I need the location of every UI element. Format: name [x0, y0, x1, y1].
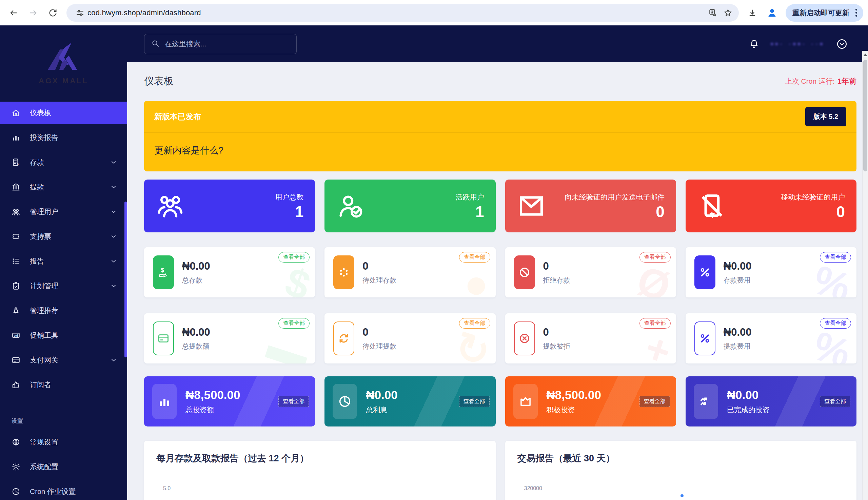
profile-avatar-icon[interactable] — [763, 4, 781, 22]
sidebar-item-withdrawals[interactable]: 提款 — [0, 176, 127, 198]
card-label: 活跃用户 — [456, 192, 484, 202]
sidebar-item-label: Cron 作业设置 — [30, 487, 117, 496]
sidebar-item-label: 促销工具 — [30, 331, 117, 340]
view-all-badge[interactable]: 查看全部 — [278, 252, 310, 262]
scroll-up-arrow[interactable] — [863, 52, 868, 58]
card-label: 总投资额 — [186, 405, 241, 414]
browser-menu-icon[interactable] — [853, 9, 860, 16]
card-label: 总利息 — [366, 405, 397, 414]
sidebar-nav: 仪表板 投资报告 $ 存款 提款 管理用户 — [0, 102, 127, 396]
downloads-icon[interactable] — [744, 4, 761, 22]
envelope-icon — [517, 191, 546, 220]
sidebar-item-plan-management[interactable]: 计划管理 — [0, 275, 127, 297]
page-scrollbar[interactable] — [862, 51, 868, 500]
sidebar-item-support-tickets[interactable]: 支持票 — [0, 225, 127, 248]
version-button[interactable]: 版本 5.2 — [805, 107, 846, 126]
sidebar-item-cron-job-settings[interactable]: Cron 作业设置 — [0, 480, 127, 500]
card-pending-deposit: 查看全部 0 待处理存款 ● — [324, 247, 496, 297]
card-total-deposit: 查看全部 $ ₦0.00 总存款 $ — [144, 247, 315, 297]
card-label: 待处理提款 — [363, 342, 396, 351]
chevron-down-icon — [110, 184, 117, 190]
bar-chart-icon — [152, 384, 177, 419]
view-all-badge[interactable]: 查看全部 — [459, 252, 490, 262]
svg-text:$: $ — [16, 162, 19, 166]
app-logo[interactable]: AGX MALL — [0, 25, 127, 102]
sidebar-settings-nav: 常规设置 系统配置 Cron 作业设置 徽标和图标 — [0, 431, 127, 500]
sidebar-item-deposits[interactable]: $ 存款 — [0, 151, 127, 173]
view-all-badge[interactable]: 查看全部 — [639, 396, 670, 407]
view-all-badge[interactable]: 查看全部 — [639, 318, 671, 329]
sidebar-item-label: 提款 — [30, 182, 101, 192]
notifications-bell-icon[interactable] — [749, 39, 759, 49]
chevron-down-icon — [110, 258, 117, 264]
percent-icon — [694, 255, 715, 289]
card-deposit-charge: 查看全部 ₦0.00 存款费用 % — [686, 247, 856, 297]
reload-button[interactable] — [44, 4, 62, 22]
sidebar-item-general-settings[interactable]: 常规设置 — [0, 431, 127, 453]
view-all-badge[interactable]: 查看全部 — [459, 318, 490, 329]
chart-title: 每月存款及取款报告（过去 12 个月） — [156, 452, 483, 464]
card-mobile-unverified: 移动未经验证的用户 0 — [686, 180, 856, 232]
topbar: 在这里搜索... ••· ·••· ··• — [127, 25, 868, 62]
summary-cards-row: 用户总数 1 活跃用户 1 向未经验证的用户发送电子邮件 0 — [144, 180, 856, 232]
search-input[interactable]: 在这里搜索... — [144, 34, 297, 54]
banner-title: 新版本已发布 — [154, 112, 201, 122]
sidebar-item-investment-report[interactable]: 投资报告 — [0, 126, 127, 149]
view-all-badge[interactable]: 查看全部 — [820, 318, 851, 329]
back-button[interactable] — [5, 4, 22, 22]
view-all-badge[interactable]: 查看全部 — [459, 396, 490, 407]
sidebar-scrollbar[interactable] — [124, 202, 127, 357]
view-all-badge[interactable]: 查看全部 — [820, 396, 850, 407]
transactions-report-chart: 交易报告（最近 30 天） 320000 — [505, 441, 857, 500]
sidebar-item-promotion-tools[interactable]: Ad 促销工具 — [0, 324, 127, 346]
banner-whats-new-link[interactable]: 更新内容是什么? — [154, 145, 223, 156]
file-invoice-dollar-icon: $ — [12, 158, 20, 167]
view-all-badge[interactable]: 查看全部 — [639, 252, 671, 262]
card-value: 1 — [275, 204, 303, 219]
sidebar-item-dashboard[interactable]: 仪表板 — [0, 102, 127, 124]
sidebar-item-label: 报告 — [30, 257, 101, 266]
sidebar-item-subscribers[interactable]: 订阅者 — [0, 374, 127, 396]
sidebar-item-label: 管理用户 — [30, 207, 101, 216]
translate-icon[interactable] — [705, 5, 721, 20]
sidebar-item-label: 支付网关 — [30, 355, 101, 365]
sidebar-item-system-configuration[interactable]: 系统配置 — [0, 456, 127, 478]
address-bar[interactable]: cod.hwym.shop/admin/dashboard — [66, 4, 739, 22]
card-label: 向未经验证的用户发送电子邮件 — [565, 192, 665, 202]
scrollbar-thumb[interactable] — [863, 60, 867, 171]
sidebar-item-payment-gateways[interactable]: 支付网关 — [0, 349, 127, 371]
thumbs-up-icon — [12, 380, 20, 389]
card-value: ₦0.00 — [182, 326, 210, 338]
card-value: ₦0.00 — [182, 260, 210, 272]
card-label: 移动未经验证的用户 — [781, 192, 845, 202]
url-text[interactable]: cod.hwym.shop/admin/dashboard — [88, 9, 705, 17]
chrome-update-button[interactable]: 重新启动即可更新 — [786, 4, 863, 22]
ticket-icon — [12, 232, 20, 241]
card-completed-investment: ₦0.00 已完成的投资 查看全部 — [686, 376, 856, 427]
spinner-icon — [333, 255, 354, 289]
sidebar-item-label: 系统配置 — [30, 462, 117, 471]
ban-icon — [514, 255, 535, 289]
investment-cards-row: ₦8,500.00 总投资额 查看全部 ₦0.00 总利息 查看全部 — [144, 376, 856, 427]
y-axis-tick: 320000 — [524, 486, 542, 491]
home-icon — [12, 109, 20, 117]
card-value: ₦0.00 — [724, 326, 752, 338]
search-placeholder: 在这里搜索... — [165, 39, 207, 49]
sidebar-item-manage-users[interactable]: 管理用户 — [0, 201, 127, 223]
sidebar-item-reports[interactable]: 报告 — [0, 250, 127, 272]
forward-button[interactable] — [24, 4, 42, 22]
card-email-unverified: 向未经验证的用户发送电子邮件 0 — [505, 180, 676, 232]
user-check-icon — [336, 191, 365, 220]
sidebar-item-label: 订阅者 — [30, 380, 117, 389]
card-total-users: 用户总数 1 — [144, 180, 315, 232]
users-group-icon — [156, 191, 185, 220]
site-settings-icon[interactable] — [73, 5, 88, 20]
main-area: 在这里搜索... ••· ·••· ··• 仪表板 上次 Cron 运行:1年前… — [127, 25, 868, 500]
view-all-badge[interactable]: 查看全部 — [278, 318, 310, 329]
view-all-badge[interactable]: 查看全部 — [820, 252, 851, 262]
user-menu-chevron-icon[interactable] — [836, 38, 848, 50]
list-icon — [12, 257, 20, 265]
sidebar-item-manage-referrals[interactable]: 管理推荐 — [0, 299, 127, 322]
view-all-badge[interactable]: 查看全部 — [278, 396, 309, 407]
bookmark-star-icon[interactable] — [721, 5, 735, 20]
